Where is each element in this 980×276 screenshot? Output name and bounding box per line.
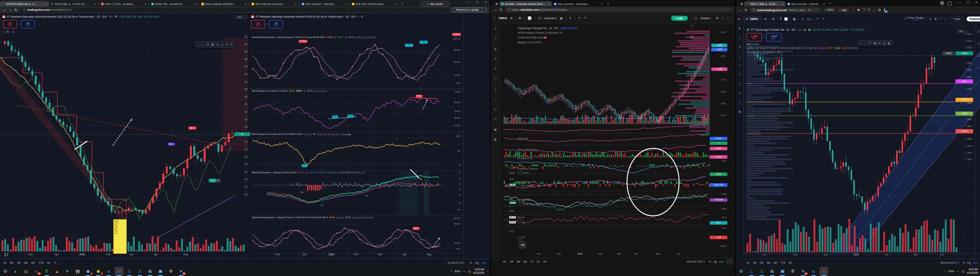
tv-chart-canvas[interactable] <box>743 27 980 259</box>
divergence-badge[interactable]: H Bear <box>299 40 307 43</box>
taskbar-clock[interactable]: 8:04 AM4/22/2026 <box>473 268 484 274</box>
browser-tab[interactable]: ▣Sign yourself - OpenSign™✕ <box>786 1 827 7</box>
taskbar-telegram-icon[interactable]: ➤ <box>64 268 71 275</box>
taskbar-settings-icon[interactable]: ⚙ <box>789 268 797 275</box>
back-icon[interactable]: ← <box>494 8 497 12</box>
vp-legend[interactable]: VP 200 200 2 10 10 Both 1 68 1 <box>746 51 865 54</box>
lock-tool-icon[interactable]: ⚿ <box>738 100 741 104</box>
taskbar-telegram-alt-icon[interactable]: ➤38 <box>177 268 185 275</box>
tab-close-icon[interactable]: ✕ <box>45 3 47 5</box>
magnet-tool-icon[interactable]: U <box>494 107 497 111</box>
vertical-tabs-icon[interactable]: ⌄ <box>492 3 494 5</box>
search-icon[interactable]: ⌕ <box>494 16 495 20</box>
pane-label[interactable]: Foreign Flow <box>518 198 531 200</box>
indicator-pane-legend[interactable]: RSI Divergence 14 close 3 3 100 360.7148… <box>252 90 432 92</box>
fullscreen-icon[interactable]: ⛶ <box>939 17 941 21</box>
m1-url-field[interactable]: ⓘ tradingview.com/chart/qtCfGDYJ/ <box>20 8 450 12</box>
tab-close-icon[interactable]: ✕ <box>345 3 347 5</box>
shapes-tool-icon[interactable]: ⬠ <box>494 77 497 81</box>
watchlist-icon[interactable]: ☰ <box>977 30 979 33</box>
indicator-pane-legend[interactable]: MFI Divergence 14 close hlc3 10 3 3 MFI … <box>252 133 432 136</box>
range-6M-button[interactable]: 6M <box>31 261 35 264</box>
redo-icon[interactable]: ↷ <box>584 16 586 20</box>
watchlist-star-icon[interactable]: ☆ <box>690 24 693 28</box>
menu-dots-icon[interactable]: ⋮ <box>851 8 855 12</box>
network-icon[interactable]: ⌁ <box>957 270 959 273</box>
extension-icon-2[interactable]: ❐ <box>862 8 865 12</box>
publish-button[interactable]: Publish <box>967 16 980 21</box>
window-min-button[interactable]: — <box>956 1 964 4</box>
taskbar-edge-icon[interactable]: e <box>105 268 113 275</box>
range-1Y-button[interactable]: 1Y <box>530 260 533 263</box>
taskbar-excel-icon[interactable]: X <box>758 268 766 275</box>
sticky-note-annotation[interactable]: MACDStochRSICMFMFIOBVVOL <box>113 219 127 254</box>
floating-pattern-toolbar[interactable]: ⋮⋮ ∿ ◮ ▭ ◺ ◭ <box>858 40 893 46</box>
taskbar-start-icon[interactable]: ⊞ <box>737 268 745 275</box>
tv-legend[interactable]: T PT Triputra Agro Persada Tbk · 1D · ID… <box>746 28 865 54</box>
taskbar-yandex-browser-icon[interactable]: Y <box>115 268 123 275</box>
taskbar-edge-icon[interactable]: e <box>810 268 817 275</box>
divergence-badge[interactable]: Bear <box>416 95 423 98</box>
alarm-icon[interactable]: ◷ <box>690 35 693 39</box>
ask-gemini-button[interactable]: ✦Ask Gemini <box>420 1 450 7</box>
lock-tool-icon[interactable]: ⚿ <box>494 117 497 122</box>
browser-tab[interactable]: 17ACES 386 ▲ +3.76% Su...✕ <box>49 1 98 7</box>
save-label[interactable]: Save <box>913 19 918 21</box>
taskbar-vlc-icon[interactable]: ▲ <box>53 268 61 275</box>
range-1M-button[interactable]: 1M <box>17 261 21 264</box>
compare-chart-icon[interactable]: 📈⌄ <box>784 17 791 21</box>
crosshair-tool-icon[interactable]: ✚ <box>738 27 741 30</box>
vertical-tabs-icon[interactable]: ⌄ <box>737 3 739 5</box>
browser-tab[interactable]: ▣Sign yourself - OpenSig...✕ <box>300 1 349 7</box>
browser-tab[interactable]: MInbox (7,574) - broadan...✕ <box>99 1 148 7</box>
log-scale-button[interactable]: log <box>475 261 479 264</box>
obv-signal-flag[interactable]: OBV 1 <box>188 127 196 130</box>
browser-tab[interactable]: !Daily Analysis 2026040...✕ <box>199 1 248 7</box>
settings-icon[interactable]: ⚙ <box>716 16 719 20</box>
fx-icon[interactable]: ƒx <box>538 16 541 20</box>
brush-tool-icon[interactable]: ✎ <box>494 57 497 61</box>
vpvr-legend[interactable]: VPVR Number Of Rows 24 Up/Down 70 <box>518 31 577 34</box>
range-5D-button[interactable]: 5D <box>10 261 13 264</box>
zoom-level-chip[interactable]: ⌕ 80% <box>823 8 836 12</box>
downloads-icon[interactable]: ⬇19 <box>883 8 886 12</box>
language-indicator[interactable]: ENG <box>455 270 461 273</box>
taskbar-notepad-icon[interactable]: ▤ <box>74 268 82 275</box>
measure-tool-icon[interactable]: ⊥ <box>221 43 224 46</box>
template-dropdown[interactable]: Default ⌄ <box>701 16 713 20</box>
range-1D-button[interactable]: 1D <box>746 261 750 264</box>
alerts-icon[interactable]: ◷ <box>977 42 980 45</box>
tab-close-icon[interactable]: ✕ <box>548 3 550 5</box>
buy-button[interactable]: 36BUY <box>21 20 35 28</box>
clock-label[interactable]: 08:04:01 UTC+7 <box>687 260 705 263</box>
divergence-badge[interactable]: Bull <box>332 115 338 118</box>
interval-button[interactable]: D <box>519 16 521 20</box>
divergence-badge[interactable]: H Bull <box>420 41 428 44</box>
auto-scale-button[interactable]: auto <box>719 260 724 263</box>
range-5Y-button[interactable]: 5Y <box>537 260 540 263</box>
browser-tab[interactable]: !Edit Post "Daily Analysi...✕ <box>350 1 399 7</box>
divergence-badge[interactable]: H Bear <box>452 33 461 36</box>
magnet-tool-icon[interactable]: U <box>738 91 741 95</box>
taskbar-photos-icon[interactable]: ▣ <box>157 268 164 275</box>
range-6M-button[interactable]: 6M <box>523 260 527 263</box>
pane-collapse-button[interactable]: ^ <box>518 237 523 240</box>
range-All-button[interactable]: All <box>789 261 792 264</box>
new-tab-button[interactable]: + <box>401 2 403 5</box>
taskbar-yandex-browser-icon[interactable]: Y <box>820 268 828 275</box>
camera-icon[interactable]: ⬚ <box>727 16 730 20</box>
window-min-button[interactable]: — <box>465 1 473 4</box>
layers-icon[interactable]: ❏ <box>977 54 979 57</box>
camera-icon[interactable]: ⬚ <box>944 17 947 21</box>
taskbar-settings-icon[interactable]: ⚙ <box>167 268 175 275</box>
bookmark-icon[interactable]: ⚑ <box>808 8 811 12</box>
indicator-pane-legend[interactable]: Stochastic Divergence + Signal 8 close 3… <box>252 36 432 39</box>
chart-style-icon[interactable]: 𝄃𝄃 <box>780 17 781 21</box>
tray-chevron-icon[interactable]: ^ <box>944 270 946 273</box>
interval-button[interactable]: D <box>773 17 774 21</box>
indicator-pane-legend[interactable]: MACD Divergence + Signal 12 26 9 5 20 30… <box>252 171 432 174</box>
forward-icon[interactable]: → <box>9 8 12 12</box>
profile-avatar[interactable] <box>940 1 944 5</box>
measure-tool-icon[interactable]: ⊥ <box>738 82 741 85</box>
extension-shield-icon[interactable]: ⛨ <box>867 8 870 12</box>
